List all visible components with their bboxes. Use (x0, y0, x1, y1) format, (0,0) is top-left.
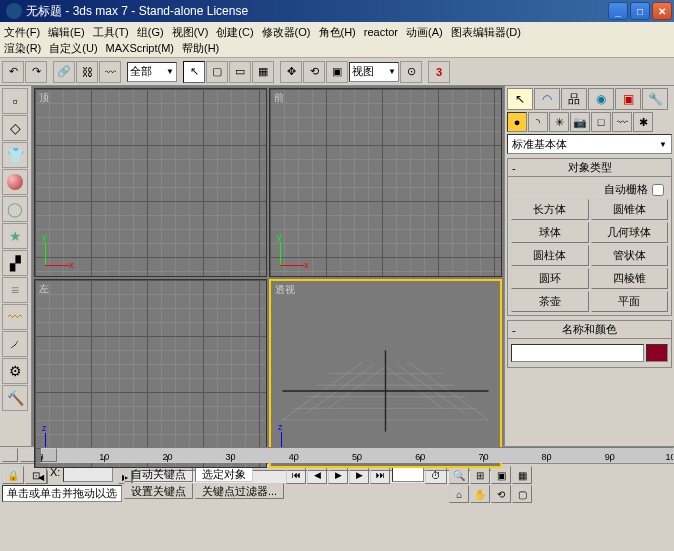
menu-item[interactable]: 工具(T) (93, 25, 129, 40)
hierarchy-tab[interactable]: 品 (561, 88, 587, 110)
primitive-button[interactable]: 圆锥体 (591, 199, 669, 220)
orbit-button[interactable]: ⟲ (491, 485, 511, 503)
category-dropdown[interactable]: 标准基本体 ▼ (507, 134, 672, 154)
snap-button[interactable]: 3 (428, 61, 450, 83)
display-tab[interactable]: ▣ (615, 88, 641, 110)
utilities-tab[interactable]: 🔧 (642, 88, 668, 110)
zoom-extents-button[interactable]: ▣ (491, 466, 511, 484)
key-filters-button[interactable]: 关键点过滤器... (195, 483, 284, 499)
menu-item[interactable]: 图表编辑器(D) (451, 25, 521, 40)
box-primitive-icon[interactable]: ▫ (2, 88, 28, 114)
create-tab[interactable]: ↖ (507, 88, 533, 110)
goto-start-button[interactable]: ⏮ (286, 466, 306, 484)
primitive-button[interactable]: 圆环 (511, 268, 589, 289)
primitive-button[interactable]: 管状体 (591, 245, 669, 266)
pivot-button[interactable]: ⊙ (400, 61, 422, 83)
close-button[interactable]: ✕ (652, 2, 672, 20)
primitive-button[interactable]: 长方体 (511, 199, 589, 220)
maximize-button[interactable]: □ (630, 2, 650, 20)
current-frame-input[interactable] (392, 466, 424, 482)
scale-button[interactable]: ▣ (326, 61, 348, 83)
object-type-rollout-header[interactable]: - 对象类型 (507, 158, 672, 177)
primitive-button[interactable]: 四棱锥 (591, 268, 669, 289)
motion-tab[interactable]: ◉ (588, 88, 614, 110)
lock-button[interactable]: 🔒 (2, 466, 24, 484)
viewport-perspective[interactable]: 透视 zx (269, 279, 502, 468)
systems-button[interactable]: ✱ (633, 112, 653, 132)
primitive-button[interactable]: 茶壶 (511, 291, 589, 312)
menu-item[interactable]: 角色(H) (319, 25, 356, 40)
minimize-button[interactable]: _ (608, 2, 628, 20)
goto-end-button[interactable]: ⏭ (370, 466, 390, 484)
menu-item[interactable]: 自定义(U) (49, 41, 97, 56)
zoom-all-button[interactable]: ⊞ (470, 466, 490, 484)
set-key-button[interactable]: 设置关键点 (124, 483, 193, 499)
menu-item[interactable]: 创建(C) (216, 25, 253, 40)
auto-key-button[interactable]: 自动关键点 (124, 466, 193, 482)
menu-item[interactable]: 动画(A) (406, 25, 443, 40)
name-color-rollout-header[interactable]: - 名称和颜色 (507, 320, 672, 339)
primitive-button[interactable]: 圆柱体 (511, 245, 589, 266)
menu-item[interactable]: 视图(V) (172, 25, 209, 40)
abs-rel-button[interactable]: ⊡ (25, 466, 47, 484)
menu-item[interactable]: 渲染(R) (4, 41, 41, 56)
object-color-swatch[interactable] (646, 344, 668, 362)
hammer-icon[interactable]: 🔨 (2, 385, 28, 411)
timeline-ruler[interactable]: 0102030405060708090100 (40, 447, 674, 463)
menu-item[interactable]: reactor (364, 26, 398, 38)
time-config-button[interactable]: ⏱ (425, 466, 447, 484)
cylinder-icon[interactable]: ≡ (2, 277, 28, 303)
select-by-name-button[interactable]: ▢ (206, 61, 228, 83)
menu-item[interactable]: 修改器(O) (262, 25, 311, 40)
select-button[interactable]: ↖ (183, 61, 205, 83)
cameras-button[interactable]: 📷 (570, 112, 590, 132)
menu-item[interactable]: 编辑(E) (48, 25, 85, 40)
next-frame-button[interactable]: ▶ (349, 466, 369, 484)
shapes-button[interactable]: ◝ (528, 112, 548, 132)
primitive-button[interactable]: 平面 (591, 291, 669, 312)
bind-spacewarp-button[interactable]: 〰 (99, 61, 121, 83)
redo-button[interactable]: ↷ (25, 61, 47, 83)
primitive-button[interactable]: 几何球体 (591, 222, 669, 243)
selection-filter-combo[interactable]: 全部 ▼ (127, 62, 177, 82)
zoom-button[interactable]: 🔍 (449, 466, 469, 484)
ring-icon[interactable]: ◯ (2, 196, 28, 222)
autogrid-checkbox[interactable] (652, 184, 664, 196)
viewport-top[interactable]: 顶 yx (34, 88, 267, 277)
sphere-icon[interactable] (2, 169, 28, 195)
zoom-extents-all-button[interactable]: ▦ (512, 466, 532, 484)
play-button[interactable]: ▶ (328, 466, 348, 484)
spring-icon[interactable]: 〰 (2, 304, 28, 330)
viewport-front[interactable]: 前 yx (269, 88, 502, 277)
key-mode-button[interactable] (2, 448, 18, 462)
menu-item[interactable]: 帮助(H) (182, 41, 219, 56)
maximize-viewport-button[interactable]: ▢ (512, 485, 532, 503)
viewport-left[interactable]: 左 zy (34, 279, 267, 468)
undo-button[interactable]: ↶ (2, 61, 24, 83)
menu-item[interactable]: 组(G) (137, 25, 164, 40)
object-name-input[interactable] (511, 344, 644, 362)
window-crossing-button[interactable]: ▦ (252, 61, 274, 83)
menu-item[interactable]: MAXScript(M) (106, 42, 174, 54)
unlink-button[interactable]: ⛓ (76, 61, 98, 83)
primitive-button[interactable]: 球体 (511, 222, 589, 243)
checker-icon[interactable]: ▞ (2, 250, 28, 276)
modify-tab[interactable]: ◠ (534, 88, 560, 110)
pan-button[interactable]: ✋ (470, 485, 490, 503)
rotate-button[interactable]: ⟲ (303, 61, 325, 83)
link-button[interactable]: 🔗 (53, 61, 75, 83)
geometry-button[interactable]: ● (507, 112, 527, 132)
move-button[interactable]: ✥ (280, 61, 302, 83)
selection-filter[interactable]: 选定对象 (195, 466, 253, 482)
select-region-button[interactable]: ▭ (229, 61, 251, 83)
spacewarps-button[interactable]: 〰 (612, 112, 632, 132)
coord-x-input[interactable] (63, 466, 113, 482)
lights-button[interactable]: ✳ (549, 112, 569, 132)
gear-icon[interactable]: ⚙ (2, 358, 28, 384)
star-icon[interactable]: ★ (2, 223, 28, 249)
ref-coord-combo[interactable]: 视图 ▼ (349, 62, 399, 82)
shapes-icon[interactable]: ◇ (2, 115, 28, 141)
prev-frame-button[interactable]: ◀ (307, 466, 327, 484)
helpers-button[interactable]: □ (591, 112, 611, 132)
bone-icon[interactable]: ⟋ (2, 331, 28, 357)
